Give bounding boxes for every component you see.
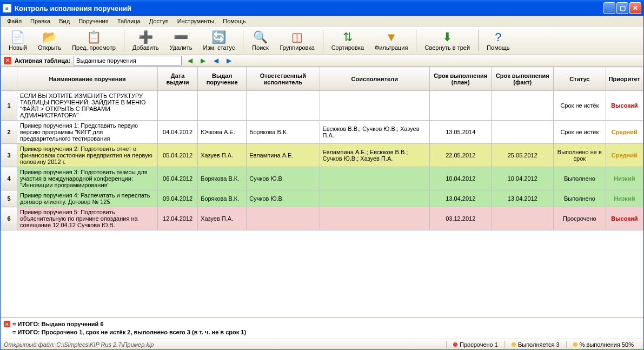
tray-icon: ⬇ — [442, 30, 452, 44]
col-header[interactable]: Статус — [554, 67, 606, 91]
cell: Евсюков В.В.; Сучков Ю.В.; Хазуев П.А. — [320, 121, 429, 144]
menu-Помощь[interactable]: Помощь — [218, 17, 250, 25]
menu-Правка[interactable]: Правка — [26, 17, 55, 25]
col-header[interactable]: Срок выполнения (факт) — [492, 67, 554, 91]
yellow-dot-icon — [573, 342, 577, 347]
close-table-button[interactable]: ✕ — [4, 57, 11, 64]
nav-next-blue-icon[interactable]: ▶ — [224, 56, 234, 65]
help-button[interactable]: ?Помощь — [482, 29, 515, 52]
add-button[interactable]: ➕Добавить — [128, 29, 164, 52]
sort-button[interactable]: ⇅Сортировка — [327, 29, 369, 52]
col-header[interactable] — [1, 67, 17, 91]
search-button[interactable]: 🔍Поиск — [247, 29, 274, 52]
cell: Высокий — [606, 91, 643, 121]
cell — [247, 207, 320, 230]
cell — [492, 91, 554, 121]
cell: Пример поручения 2: Подготовить отчет о … — [17, 144, 158, 167]
delete-button[interactable]: ➖Удалить — [165, 29, 197, 52]
open-button[interactable]: 📂Открыть — [33, 29, 66, 52]
col-header[interactable]: Наименование поручения — [17, 67, 158, 91]
menu-Вид[interactable]: Вид — [55, 17, 74, 25]
cell: 13.05.2014 — [430, 121, 492, 144]
status-overdue: Просрочено 1 — [446, 341, 504, 348]
cell: Хазуев П.А. — [198, 207, 247, 230]
toolbar-separator — [124, 30, 124, 51]
cell — [198, 91, 247, 121]
cell: Высокий — [606, 207, 643, 230]
toolbar: 📄Новый📂Открыть📋Пред. просмотр➕Добавить➖У… — [1, 27, 643, 55]
table-row[interactable]: 4Пример поручения 3: Подготовить тезисы … — [1, 167, 643, 190]
sort-label: Сортировка — [331, 44, 364, 51]
cell — [320, 167, 429, 190]
minimize-button[interactable]: _ — [603, 2, 615, 14]
delete-label: Удалить — [170, 44, 192, 51]
status-icon: 🔄 — [211, 30, 226, 44]
menu-Инструменты[interactable]: Инструменты — [173, 17, 219, 25]
maximize-button[interactable]: ▢ — [616, 2, 628, 14]
cell: 13.04.2012 — [430, 190, 492, 207]
open-label: Открыть — [38, 44, 61, 51]
cell: Низкий — [606, 167, 643, 190]
cell: 2 — [1, 121, 17, 144]
cell — [320, 207, 429, 230]
cell: Срок не истёк — [554, 91, 606, 121]
tasks-table: Наименование порученияДата выдачиВыдал п… — [1, 67, 643, 230]
cell: 5 — [1, 190, 17, 207]
new-button[interactable]: 📄Новый — [4, 29, 32, 52]
col-header[interactable]: Выдал поручение — [198, 67, 247, 91]
close-button[interactable]: ✕ — [629, 2, 641, 14]
table-row[interactable]: 3Пример поручения 2: Подготовить отчет о… — [1, 144, 643, 167]
col-header[interactable]: Соисполнители — [320, 67, 429, 91]
cell: Сучков Ю.В. — [247, 167, 320, 190]
toolbar-separator — [478, 30, 479, 51]
open-icon: 📂 — [42, 30, 57, 44]
filter-icon: ▼ — [386, 30, 397, 44]
active-table-input[interactable] — [74, 56, 182, 65]
yellow-dot-icon — [512, 342, 516, 347]
delete-icon: ➖ — [174, 30, 188, 44]
app-icon: ≡ — [3, 4, 11, 12]
cell: Выполнено — [554, 190, 606, 207]
window-title: Контроль исполнения поручений — [15, 4, 131, 12]
filter-button[interactable]: ▼Фильтрация — [370, 29, 413, 52]
nav-prev-blue-icon[interactable]: ◀ — [211, 56, 221, 65]
col-header[interactable]: Срок выполнения (план) — [430, 67, 492, 91]
cell — [320, 190, 429, 207]
cell: 05.04.2012 — [158, 144, 198, 167]
col-header[interactable]: Ответственный исполнитель — [247, 67, 320, 91]
table-row[interactable]: 1ЕСЛИ ВЫ ХОТИТЕ ИЗМЕНИТЬ СТРУКТУРУ ТАБЛИ… — [1, 91, 643, 121]
tray-button[interactable]: ⬇Свернуть в трей — [420, 29, 475, 52]
table-row[interactable]: 2Пример поручения 1: Представить первую … — [1, 121, 643, 144]
preview-button[interactable]: 📋Пред. просмотр — [67, 29, 121, 52]
group-label: Группировка — [280, 44, 314, 51]
group-button[interactable]: ◫Группировка — [275, 29, 319, 52]
nav-prev-green-icon[interactable]: ◀ — [185, 56, 195, 65]
col-header[interactable]: Приоритет — [606, 67, 643, 91]
cell: 03.12.2012 — [430, 207, 492, 230]
help-icon: ? — [495, 30, 501, 44]
menu-Таблица[interactable]: Таблица — [113, 17, 145, 25]
menu-Доступ[interactable]: Доступ — [145, 17, 173, 25]
cell: Пример поручения 4: Распечатать и пересл… — [17, 190, 158, 207]
toolbar-separator — [323, 30, 323, 51]
col-header[interactable]: Дата выдачи — [158, 67, 198, 91]
status-button[interactable]: 🔄Изм. статус — [198, 29, 240, 52]
table-row[interactable]: 5Пример поручения 4: Распечатать и перес… — [1, 190, 643, 207]
table-row[interactable]: 6Пример поручения 5: Подготовить объясни… — [1, 207, 643, 230]
cell: Выполнено не в срок — [554, 144, 606, 167]
active-table-label: Активная таблица: — [15, 57, 70, 64]
table-area[interactable]: Наименование порученияДата выдачиВыдал п… — [1, 67, 643, 318]
cell: Пример поручения 1: Представить первую в… — [17, 121, 158, 144]
preview-icon: 📋 — [87, 30, 101, 44]
menu-Файл[interactable]: Файл — [3, 17, 26, 25]
active-table-bar: ✕ Активная таблица: ◀ ▶ ◀ ▶ — [1, 55, 643, 67]
search-icon: 🔍 — [253, 30, 268, 44]
cell: 04.04.2012 — [158, 121, 198, 144]
search-label: Поиск — [252, 44, 268, 51]
titlebar: ≡ Контроль исполнения поручений _ ▢ ✕ — [1, 1, 643, 16]
cell: Просрочено — [554, 207, 606, 230]
cell: 10.04.2012 — [492, 167, 554, 190]
cell: Пример поручения 5: Подготовить объяснит… — [17, 207, 158, 230]
nav-next-green-icon[interactable]: ▶ — [198, 56, 208, 65]
menu-Поручения[interactable]: Поручения — [74, 17, 113, 25]
